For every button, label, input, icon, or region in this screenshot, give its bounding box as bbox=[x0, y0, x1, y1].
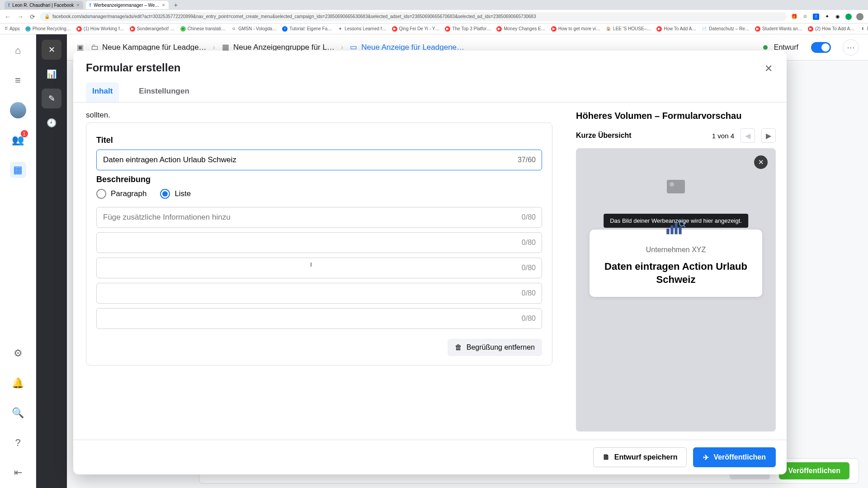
ad-icon: ▭ bbox=[349, 43, 358, 52]
panel-icon[interactable]: ▣ bbox=[76, 43, 84, 52]
preview-title: Daten eintragen Action Urlaub Schweiz bbox=[599, 260, 753, 286]
ext-icon[interactable]: ◉ bbox=[835, 14, 841, 20]
fb-left-rail: ⌂ ≡ 👥1 ▦ ⚙ 🔔 🔍 ? ⇤ bbox=[0, 34, 36, 488]
chart-icon[interactable]: 📊 bbox=[42, 64, 61, 84]
close-icon[interactable]: ✕ bbox=[754, 155, 768, 169]
home-icon[interactable]: ⌂ bbox=[10, 42, 26, 59]
preview-step-label: Kurze Übersicht bbox=[576, 131, 632, 140]
preview-step-count: 1 von 4 bbox=[712, 132, 734, 140]
avatar[interactable] bbox=[10, 102, 26, 118]
title-input[interactable] bbox=[96, 150, 542, 170]
nav-forward-icon[interactable]: → bbox=[17, 13, 24, 20]
remove-greeting-button[interactable]: 🗑 Begrüßung entfernen bbox=[448, 339, 542, 356]
list-item-input[interactable] bbox=[96, 258, 542, 278]
preview-next-button[interactable]: ▶ bbox=[761, 128, 776, 143]
edit-icon[interactable]: ✎ bbox=[42, 89, 61, 108]
bar-chart-icon bbox=[665, 220, 687, 236]
list-item-input[interactable] bbox=[96, 207, 542, 228]
editor-rail: ✕ 📊 ✎ 🕘 bbox=[36, 34, 67, 488]
tab-content[interactable]: Inhalt bbox=[86, 82, 119, 102]
puzzle-icon[interactable]: ✦ bbox=[824, 14, 830, 20]
audiences-icon[interactable]: 👥1 bbox=[10, 132, 26, 148]
bookmark[interactable]: ▶Student Wants an… bbox=[755, 26, 802, 32]
collapse-icon[interactable]: ⇤ bbox=[10, 465, 26, 481]
browser-toolbar: ← → ⟳ 🔒 facebook.com/adsmanager/manage/a… bbox=[0, 10, 868, 23]
svg-rect-3 bbox=[679, 227, 681, 234]
star-icon[interactable]: ☆ bbox=[802, 14, 808, 20]
search-icon[interactable]: 🔍 bbox=[10, 405, 26, 421]
bookmark[interactable]: fTutorial: Eigene Fa… bbox=[282, 26, 332, 32]
publish-button[interactable]: Veröffentlichen bbox=[779, 462, 849, 479]
list-item-input[interactable] bbox=[96, 283, 542, 304]
browser-tab-strip: f Leon R. Chaudhari | Facebook × f Werbe… bbox=[0, 0, 868, 10]
bookmark[interactable]: ▶Sonderangebot! … bbox=[130, 26, 175, 32]
status-toggle[interactable] bbox=[811, 42, 831, 53]
char-counter: 0/80 bbox=[522, 213, 536, 221]
svg-rect-0 bbox=[666, 229, 669, 235]
close-icon[interactable]: ✕ bbox=[42, 40, 61, 60]
radio-paragraph[interactable]: Paragraph bbox=[96, 189, 146, 199]
menu-icon[interactable]: ≡ bbox=[10, 72, 26, 89]
publish-button[interactable]: ✈ Veröffentlichen bbox=[693, 447, 776, 467]
radio-list[interactable]: Liste bbox=[160, 189, 191, 199]
bookmark[interactable]: GGMSN - Vologda… bbox=[231, 26, 277, 32]
grid-icon: ▦ bbox=[222, 43, 230, 52]
chevron-right-icon: › bbox=[341, 43, 343, 52]
nav-back-icon[interactable]: ← bbox=[5, 13, 11, 20]
close-icon[interactable]: × bbox=[162, 2, 165, 8]
modal-footer: 🗎 Entwurf speichern ✈ Veröffentlichen bbox=[73, 440, 787, 474]
bookmark[interactable]: ▶Money Changes E… bbox=[496, 26, 545, 32]
close-icon[interactable]: × bbox=[76, 2, 79, 8]
bell-icon[interactable]: 🔔 bbox=[10, 375, 26, 391]
bookmark[interactable]: ▶(2) How To Add A… bbox=[808, 26, 854, 32]
browser-tab[interactable]: f Werbeanzeigenmanager – We… × bbox=[86, 1, 169, 9]
bookmarks-bar: ⠿ Apps OPhone Recycling… ▶(1) How Workin… bbox=[0, 23, 868, 34]
form-creator-modal: ✕ Formular erstellen Inhalt Einstellunge… bbox=[73, 51, 787, 474]
clock-icon[interactable]: 🕘 bbox=[42, 113, 61, 133]
bookmark[interactable]: 📄Datenschutz – Re… bbox=[702, 26, 750, 32]
preview-prev-button[interactable]: ◀ bbox=[741, 128, 755, 143]
status-dot bbox=[763, 45, 768, 50]
chevron-right-icon: › bbox=[213, 43, 215, 52]
send-icon: ✈ bbox=[703, 453, 709, 462]
image-placeholder-icon bbox=[667, 180, 685, 193]
preview-heading: Höheres Volumen – Formularvorschau bbox=[576, 111, 776, 121]
bookmark[interactable]: 🏠LEE 'S HOUSE–… bbox=[606, 26, 651, 32]
new-tab-button[interactable]: + bbox=[171, 1, 180, 9]
close-icon[interactable]: ✕ bbox=[761, 61, 776, 76]
modal-tabs: Inhalt Einstellungen bbox=[73, 74, 787, 103]
apps-button[interactable]: ⠿ Apps bbox=[5, 26, 20, 31]
list-item-input[interactable] bbox=[96, 308, 542, 329]
bookmark[interactable]: ▶The Top 3 Platfor… bbox=[445, 26, 491, 32]
title-field-label: Titel bbox=[96, 136, 542, 145]
bookmark[interactable]: ★Lessons Learned f… bbox=[337, 26, 386, 32]
address-bar[interactable]: 🔒 facebook.com/adsmanager/manage/ads/edi… bbox=[40, 12, 787, 21]
bookmark[interactable]: ▶How to get more vi… bbox=[551, 26, 600, 32]
ext-icon[interactable] bbox=[845, 14, 852, 20]
bookmark[interactable]: ▶How To Add A… bbox=[656, 26, 696, 32]
bookmark[interactable]: ▶Qing Fei De Yi - Y… bbox=[392, 26, 440, 32]
bookmark[interactable]: OPhone Recycling… bbox=[25, 26, 71, 32]
ext-icon[interactable]: f bbox=[813, 14, 819, 20]
save-draft-button[interactable]: 🗎 Entwurf speichern bbox=[593, 447, 687, 467]
lock-icon: 🔒 bbox=[44, 14, 50, 19]
char-counter: 0/80 bbox=[522, 314, 536, 323]
list-item-input[interactable] bbox=[96, 232, 542, 253]
nav-reload-icon[interactable]: ⟳ bbox=[30, 13, 35, 20]
bookmark[interactable]: ●Chinese translati… bbox=[180, 26, 226, 32]
gift-icon[interactable]: 🎁 bbox=[791, 14, 797, 20]
char-counter: 0/80 bbox=[522, 289, 536, 297]
tab-settings[interactable]: Einstellungen bbox=[132, 82, 195, 102]
modal-title: Formular erstellen bbox=[86, 61, 774, 74]
help-icon[interactable]: ? bbox=[10, 435, 26, 451]
more-menu-button[interactable]: ⋯ bbox=[843, 39, 859, 56]
gear-icon[interactable]: ⚙ bbox=[10, 345, 26, 361]
avatar-icon[interactable] bbox=[856, 13, 863, 20]
bookmark[interactable]: ▶(1) How Working f… bbox=[76, 26, 124, 32]
svg-rect-2 bbox=[675, 223, 677, 234]
bookmark[interactable]: ⬇Download - Cooki… bbox=[860, 26, 868, 32]
preview-panel: Höheres Volumen – Formularvorschau Kurze… bbox=[565, 103, 787, 440]
trash-icon: 🗑 bbox=[455, 343, 462, 352]
browser-tab[interactable]: f Leon R. Chaudhari | Facebook × bbox=[5, 1, 83, 9]
grid-icon[interactable]: ▦ bbox=[10, 162, 26, 178]
